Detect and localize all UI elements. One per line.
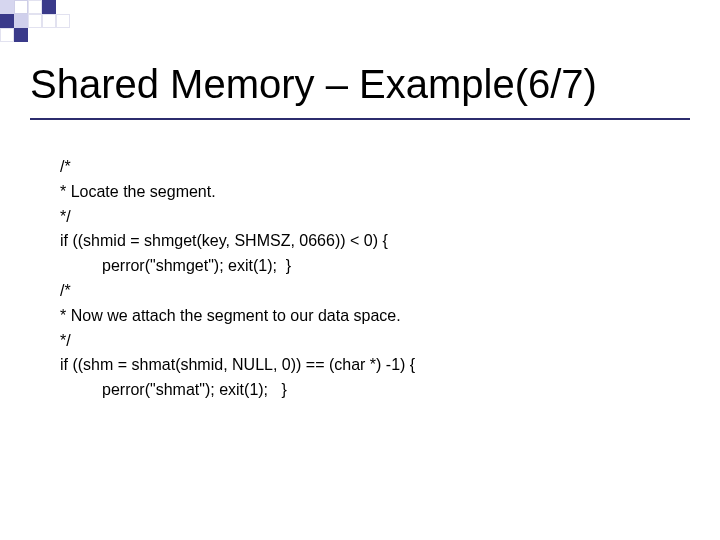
code-line: if ((shm = shmat(shmid, NULL, 0)) == (ch… xyxy=(60,353,680,378)
title-underline xyxy=(30,118,690,120)
code-line: * Locate the segment. xyxy=(60,180,680,205)
corner-decoration xyxy=(0,0,90,50)
code-line: */ xyxy=(60,205,680,230)
code-line: /* xyxy=(60,155,680,180)
slide: Shared Memory – Example(6/7) /* * Locate… xyxy=(0,0,720,540)
code-block: /* * Locate the segment. */ if ((shmid =… xyxy=(60,155,680,403)
code-line: */ xyxy=(60,329,680,354)
code-line: * Now we attach the segment to our data … xyxy=(60,304,680,329)
slide-title: Shared Memory – Example(6/7) xyxy=(30,62,700,107)
code-line: /* xyxy=(60,279,680,304)
code-line: if ((shmid = shmget(key, SHMSZ, 0666)) <… xyxy=(60,229,680,254)
code-line: perror("shmat"); exit(1); } xyxy=(60,378,680,403)
code-line: perror("shmget"); exit(1); } xyxy=(60,254,680,279)
